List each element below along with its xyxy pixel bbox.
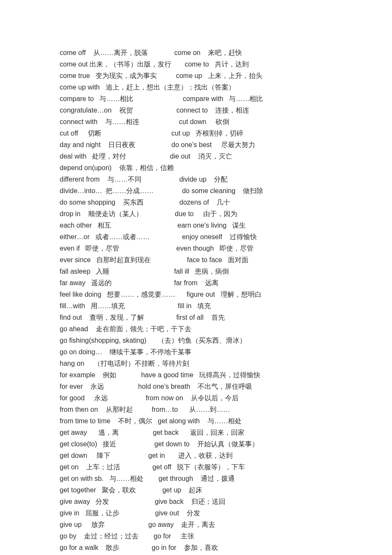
vocab-line: fall asleep 入睡 fall ill 患病，病倒: [60, 266, 332, 277]
vocab-line: different from 与……不同 divide up 分配: [60, 173, 332, 185]
vocab-line: ever since 自那时起直到现在 face to face 面对面: [60, 254, 332, 266]
vocab-line: get together 聚会，联欢 get up 起床: [60, 484, 332, 496]
vocab-line: feel like doing 想要……，感觉要…… figure out 理解…: [60, 289, 332, 300]
vocab-line: go by 走过；经过；过去 go for 主张: [60, 530, 332, 542]
vocab-line: deal with 处理，对付 die out 消灭，灭亡: [60, 150, 332, 162]
vocab-line: come out 出来，（书等）出版，发行 come to 共计，达到: [60, 58, 332, 70]
vocab-line: cut off 切断 cut up 齐根割掉，切碎: [60, 127, 332, 139]
vocab-line: connect with 与……相连 cut down 砍倒: [60, 116, 332, 127]
vocab-line: give up 放弃 go away 走开，离去: [60, 519, 332, 530]
vocab-line: from then on 从那时起 from…to 从……到……: [60, 404, 332, 415]
vocab-line: give in 屈服，让步 give out 分发: [60, 507, 332, 519]
vocab-line: from time to time 不时，偶尔 get along with 与…: [60, 415, 332, 427]
vocab-line: even if 即使，尽管 even though 即使，尽管: [60, 243, 332, 254]
vocabulary-list: come off 从……离开，脱落 come on 来吧，赶快come out …: [60, 47, 332, 553]
vocab-line: compare to 与……相比 compare with 与……相比: [60, 93, 332, 104]
document-page: come off 从……离开，脱落 come on 来吧，赶快come out …: [0, 0, 392, 555]
vocab-line: get away 逃，离 get back 返回，回来，回家: [60, 427, 332, 438]
vocab-line: congratulate…on 祝贺 connect to 连接，相连: [60, 104, 332, 116]
vocab-line: drop in 顺便走访（某人） due to 由于，因为: [60, 208, 332, 220]
vocab-line: each other 相互 earn one's living 谋生: [60, 220, 332, 231]
vocab-line: get down 降下 get in 进入，收获，达到: [60, 450, 332, 461]
vocab-line: get on with sb. 与……相处 get through 通过，拨通: [60, 473, 332, 484]
vocab-line: depend on(upon) 依靠，相信，信赖: [60, 162, 332, 173]
vocab-line: for ever 永远 hold one's breath 不出气，屏住呼吸: [60, 381, 332, 392]
vocab-line: get on 上车；过活 get off 脱下（衣服等），下车: [60, 461, 332, 473]
vocab-line: fill…with 用……填充 fill in 填充: [60, 300, 332, 312]
vocab-line: either…or 或者……或者…… enjoy oneself 过得愉快: [60, 231, 332, 243]
vocab-line: come true 变为现实，成为事实 come up 上来，上升，抬头: [60, 70, 332, 81]
vocab-line: for example 例如 have a good time 玩得高兴，过得愉…: [60, 369, 332, 381]
vocab-line: come off 从……离开，脱落 come on 来吧，赶快: [60, 47, 332, 58]
vocab-line: hang on （打电话时）不挂断，等待片刻: [60, 358, 332, 369]
vocab-line: get close(to) 接近 get down to 开始认真（做某事）: [60, 438, 332, 450]
vocab-line: for good 永远 from now on 从令以后，今后: [60, 392, 332, 404]
vocab-line: far away 遥远的 far from 远离: [60, 277, 332, 289]
vocab-line: divide…into… 把……分成…… do some cleaning 做扫…: [60, 185, 332, 197]
vocab-line: find out 查明，发现，了解 first of all 首先: [60, 312, 332, 323]
vocab-line: go fishing(shopping, skating) （去）钓鱼（买东西、…: [60, 335, 332, 346]
vocab-line: go ahead 走在前面，领先；干吧，干下去: [60, 323, 332, 335]
vocab-line: day and night 日日夜夜 do one's best 尽最大努力: [60, 139, 332, 150]
vocab-line: go for a walk 散步 go in for 参加，喜欢: [60, 542, 332, 553]
vocab-line: give away 分发 give back 归还；送回: [60, 496, 332, 507]
vocab-line: do some shopping 买东西 dozens of 几十: [60, 197, 332, 208]
vocab-line: come up with 追上，赶上，想出（主意）；找出（答案）: [60, 81, 332, 93]
vocab-line: go on doing… 继续干某事，不停地干某事: [60, 346, 332, 358]
